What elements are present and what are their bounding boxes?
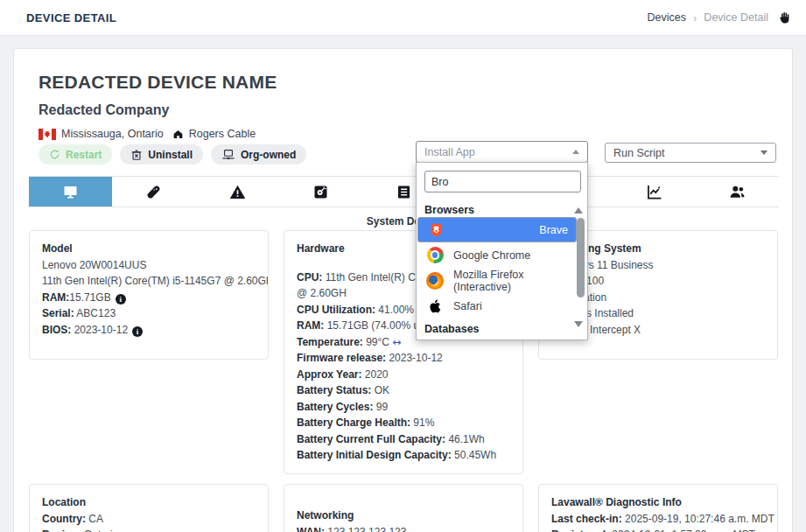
trash-icon [130,149,143,161]
dropdown-scrollbar[interactable] [577,218,585,298]
device-detail-panel: REDACTED DEVICE NAME Redacted Company Mi… [13,48,793,532]
uninstall-button[interactable]: Uninstall [120,144,203,164]
diagnostic-card: Lavawall® Diagnostic Info Last check-in:… [538,484,778,532]
dropdown-item-label: Brave [539,224,568,236]
pill-icon [144,183,163,201]
dropdown-item-firefox[interactable]: Mozilla Firefox (Interactive) [417,268,577,293]
dropdown-item-label: Mozilla Firefox (Interactive) [453,269,577,293]
scroll-down-icon[interactable] [574,321,583,327]
battery-full-capacity-line: Battery Current Full Capacity: 46.1Wh [297,431,510,448]
tab-system[interactable] [29,177,112,206]
device-name-heading: REDACTED DEVICE NAME [39,72,277,93]
databases-section-header: Databases [424,323,480,335]
battery-design-capacity-line: Battery Initial Design Capacity: 50.45Wh [297,447,510,464]
serial-line: Serial: ABC123 [42,305,256,322]
tab-users[interactable] [696,177,779,206]
location-line: Mississauga, Ontario Rogers Cable [39,128,256,140]
apple-icon [426,298,444,315]
battery-status-line: Battery Status: OK [297,382,510,399]
breadcrumb: Devices › Device Detail [648,10,792,25]
app-search-input[interactable] [424,171,581,192]
dropdown-item-label: Google Chrome [453,249,530,262]
firmware-line: Firmware release: 2023-10-12 [297,350,510,367]
home-icon [172,129,184,140]
dropdown-item-label: Safari [453,300,482,312]
card-title: Networking [297,508,510,524]
users-icon [728,183,746,201]
region-line: Region: Ontario [42,527,256,532]
isp-label: Rogers Cable [189,128,256,140]
tab-software[interactable] [112,177,195,206]
card-title: Location [42,494,256,511]
action-buttons: Restart Uninstall Org-owned [39,144,306,164]
hard-drive-icon [312,183,330,201]
page-title: DEVICE DETAIL [26,11,116,24]
hand-icon[interactable] [777,10,792,25]
wan-line: WAN: 123.123.123.123 [297,524,510,532]
bios-line: BIOS: 2023-10-12i [42,322,256,339]
monitor-icon [61,183,80,201]
tab-storage[interactable] [279,177,362,206]
chrome-icon [426,247,444,264]
install-app-dropdown: Browsers Brave Google Chrome Mozilla Fir… [416,162,588,340]
city-label: Mississauga, Ontario [61,128,164,140]
run-script-select[interactable]: Run Script [605,143,776,163]
range-arrow-icon: ↔ [392,336,401,348]
breadcrumb-current: Device Detail [704,11,768,24]
cpu-line: 11th Gen Intel(R) Core(TM) i5-1145G7 @ 2… [42,273,256,290]
year-line: Approx Year: 2020 [297,367,510,383]
dropdown-item-brave[interactable]: Brave [417,217,577,242]
install-app-select[interactable]: Install App [416,141,588,163]
breadcrumb-devices-link[interactable]: Devices [648,11,686,24]
registered-line: Registered: 2024-12-31, 1:57:20 p.m. MST [551,527,765,532]
list-icon [395,183,413,201]
tab-alerts[interactable] [195,177,278,206]
networking-card: Networking WAN: 123.123.123.123 [284,484,523,532]
model-line: Lenovo 20W0014UUS [42,257,256,274]
breadcrumb-separator: › [693,11,697,24]
top-bar: DEVICE DETAIL Devices › Device Detail [0,0,806,36]
dropdown-item-chrome[interactable]: Google Chrome [417,242,577,268]
warning-triangle-icon [228,183,247,201]
restart-icon [49,149,60,160]
laptop-icon [221,149,235,160]
chevron-down-icon [760,150,767,155]
country-line: Country: CA [42,511,256,528]
line-chart-icon [645,183,663,201]
device-tabs [29,176,779,207]
browsers-section-header: Browsers [424,204,474,216]
info-icon[interactable]: i [132,326,143,337]
battery-cycles-line: Battery Cycles: 99 [297,399,510,416]
firefox-icon [426,272,444,290]
tab-metrics[interactable] [613,177,696,206]
chevron-up-icon [572,150,579,154]
company-name: Redacted Company [39,102,169,118]
card-title: Lavawall® Diagnostic Info [551,494,765,511]
card-title: Model [42,241,256,257]
org-owned-button[interactable]: Org-owned [211,144,306,164]
canada-flag-icon [39,129,56,140]
dropdown-item-safari[interactable]: Safari [417,293,577,318]
last-checkin-line: Last check-in: 2025-09-19, 10:27:46 a.m.… [551,511,765,528]
info-icon[interactable]: i [116,294,126,304]
scroll-up-icon[interactable] [574,207,583,214]
ram-line: RAM:15.71GBi [42,290,256,306]
model-card: Model Lenovo 20W0014UUS 11th Gen Intel(R… [29,230,269,360]
restart-button[interactable]: Restart [39,144,112,164]
brave-icon [427,221,445,239]
section-title: System Details [29,215,779,228]
battery-health-line: Battery Charge Health: 91% [297,415,510,431]
location-card: Location Country: CA Region: Ontario [29,484,269,532]
